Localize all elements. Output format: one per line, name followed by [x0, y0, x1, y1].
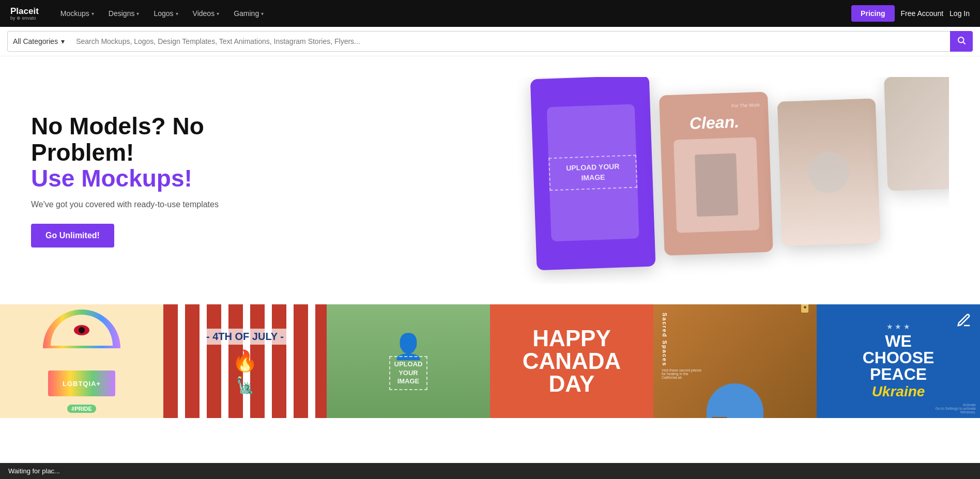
category-dropdown[interactable]: All Categories ▾	[7, 31, 70, 52]
gallery-card-tshirt[interactable]: 👤 UPLOADYOURIMAGE	[327, 304, 490, 418]
chevron-down-icon: ▾	[91, 11, 94, 17]
hero-card-extra	[884, 77, 949, 191]
gallery-card-4th-july[interactable]: - 4TH OF JULY - 🔥 🗽	[163, 304, 327, 418]
nav-item-logos[interactable]: Logos ▾	[146, 0, 185, 27]
gallery-row: LGBTQIA+ #PRIDE - 4TH OF JULY - 🔥 🗽	[0, 304, 980, 418]
4th-july-title: - 4TH OF JULY -	[201, 329, 289, 345]
hero-title: No Models? No Problem! Use Mockups!	[31, 113, 289, 192]
nav-item-gaming[interactable]: Gaming ▾	[226, 0, 271, 27]
hero-subtitle: We've got you covered with ready-to-use …	[31, 200, 289, 209]
hero-section: No Models? No Problem! Use Mockups! We'v…	[0, 56, 980, 304]
tshirt-upload-text: UPLOADYOURIMAGE	[389, 356, 428, 391]
pricing-button[interactable]: Pricing	[851, 5, 894, 22]
hero-card-clean: For The Work Clean.	[659, 91, 773, 255]
stars-icon: ★ ★ ★	[886, 322, 911, 331]
chevron-down-icon: ▾	[61, 37, 65, 45]
upload-image-text: UPLOAD YOUR IMAGE	[548, 155, 637, 191]
logo-sub: by ⊕ envato	[10, 16, 39, 21]
canada-text: HAPPYCANADADAY	[517, 322, 626, 400]
ukraine-text: Ukraine	[872, 383, 925, 400]
svg-line-1	[963, 42, 965, 44]
statue-icon: 🗽	[236, 376, 255, 394]
nav-item-mockups[interactable]: Mockups ▾	[53, 0, 101, 27]
free-account-button[interactable]: Free Account	[901, 9, 944, 18]
pride-tag: #PRIDE	[67, 405, 96, 413]
nav-right: Pricing Free Account Log In	[851, 5, 970, 22]
chevron-down-icon: ▾	[176, 11, 178, 17]
login-button[interactable]: Log In	[950, 9, 970, 18]
sacred-subtitle: Visit these sacred places for healing in…	[662, 368, 703, 379]
svg-point-0	[958, 37, 964, 43]
search-button[interactable]	[950, 31, 973, 52]
chevron-down-icon: ▾	[217, 11, 219, 17]
we-choose-peace-text: WECHOOSEPEACE	[863, 333, 935, 382]
search-input[interactable]	[70, 31, 950, 52]
flame-icon: 🔥	[232, 349, 258, 373]
search-bar: All Categories ▾	[0, 27, 980, 56]
hero-card-mask	[777, 98, 881, 246]
express-badge: EXPRESS ✦	[801, 304, 808, 313]
gallery-card-canada[interactable]: HAPPYCANADADAY	[490, 304, 653, 418]
chevron-down-icon: ▾	[261, 11, 264, 17]
category-label: All Categories	[13, 37, 58, 45]
hero-right: UPLOAD YOUR IMAGE For The Work Clean.	[289, 77, 949, 284]
gallery-card-sacred-spaces[interactable]: Sacred Spaces EXPRESS ✦ Visit these sacr…	[653, 304, 817, 418]
hero-left: No Models? No Problem! Use Mockups! We'v…	[31, 113, 289, 248]
sacred-spaces-title: Sacred Spaces	[662, 313, 668, 366]
go-unlimited-button[interactable]: Go Unlimited!	[31, 224, 114, 248]
hero-card-dress: UPLOAD YOUR IMAGE	[530, 77, 656, 270]
search-icon	[957, 36, 966, 47]
hero-card-clean-title: Clean.	[689, 112, 739, 133]
navbar: Placeit by ⊕ envato Mockups ▾ Designs ▾ …	[0, 0, 980, 27]
chevron-down-icon: ▾	[136, 11, 139, 17]
nav-item-designs[interactable]: Designs ▾	[101, 0, 147, 27]
hero-title-purple: Use Mockups!	[31, 165, 289, 192]
gallery-card-lgbtqia[interactable]: LGBTQIA+ #PRIDE	[0, 304, 163, 418]
nav-item-videos[interactable]: Videos ▾	[186, 0, 227, 27]
logo[interactable]: Placeit by ⊕ envato	[10, 7, 39, 21]
gallery-card-ukraine[interactable]: ★ ★ ★ WECHOOSEPEACE Ukraine ActivateGo t…	[817, 304, 980, 418]
nav-links: Mockups ▾ Designs ▾ Logos ▾ Videos ▾ Gam…	[53, 0, 851, 27]
logo-text: Placeit	[10, 7, 39, 16]
activation-note: ActivateGo to Settings to activate Windo…	[924, 403, 976, 414]
